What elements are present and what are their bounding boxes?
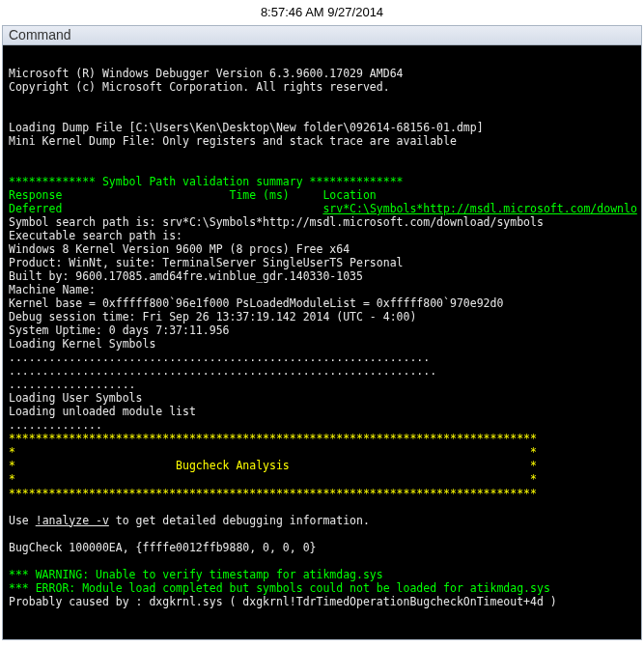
console-line: ........................................… bbox=[9, 351, 430, 364]
console-line: Kernel base = 0xfffff800`96e1f000 PsLoad… bbox=[9, 296, 503, 310]
console-line: Deferred bbox=[9, 202, 322, 215]
console-line: ****************************************… bbox=[9, 432, 537, 445]
console-line: Loading Kernel Symbols bbox=[9, 337, 155, 351]
console-line: Copyright (c) Microsoft Corporation. All… bbox=[9, 80, 390, 94]
console-line: Loading User Symbols bbox=[9, 391, 142, 405]
analyze-link[interactable]: !analyze -v bbox=[36, 514, 109, 527]
console-line: * Bugcheck Analysis * bbox=[9, 459, 537, 472]
console-line: Machine Name: bbox=[9, 283, 96, 296]
console-line: ................... bbox=[9, 378, 136, 391]
timestamp-text: 8:57:46 AM 9/27/2014 bbox=[261, 5, 383, 19]
window-title: Command bbox=[9, 27, 71, 42]
console-line: Loading unloaded module list bbox=[9, 405, 196, 418]
console-line: System Uptime: 0 days 7:37:11.956 bbox=[9, 324, 229, 337]
console-line: Mini Kernel Dump File: Only registers an… bbox=[9, 134, 457, 148]
console-line: ........................................… bbox=[9, 364, 436, 378]
console-line: Windows 8 Kernel Version 9600 MP (8 proc… bbox=[9, 242, 350, 256]
console-line: Symbol search path is: srv*C:\Symbols*ht… bbox=[9, 215, 544, 229]
symbol-path-link[interactable]: srv*C:\Symbols*http://msdl.microsoft.com… bbox=[322, 202, 636, 215]
console-line: BugCheck 100000EA, {ffffe0012ffb9880, 0,… bbox=[9, 541, 317, 554]
console-output[interactable]: Microsoft (R) Windows Debugger Version 6… bbox=[3, 45, 641, 639]
title-bar[interactable]: Command bbox=[3, 26, 641, 45]
console-line: .............. bbox=[9, 418, 102, 432]
window-frame: Command Microsoft (R) Windows Debugger V… bbox=[2, 25, 642, 640]
console-line: to get detailed debugging information. bbox=[109, 514, 370, 527]
console-line: Microsoft (R) Windows Debugger Version 6… bbox=[9, 67, 404, 80]
console-line: * * bbox=[9, 472, 537, 486]
console-line: Debug session time: Fri Sep 26 13:37:19.… bbox=[9, 310, 416, 324]
console-line: * * bbox=[9, 445, 537, 459]
console-line: ************* Symbol Path validation sum… bbox=[9, 175, 404, 188]
console-line: Probably caused by : dxgkrnl.sys ( dxgkr… bbox=[9, 595, 557, 608]
console-line: Use bbox=[9, 514, 36, 527]
console-line: *** WARNING: Unable to verify timestamp … bbox=[9, 568, 383, 581]
console-line: Response Time (ms) Location bbox=[9, 188, 377, 202]
console-line: Loading Dump File [C:\Users\Ken\Desktop\… bbox=[9, 121, 484, 134]
timestamp-bar: 8:57:46 AM 9/27/2014 bbox=[0, 0, 644, 25]
console-line: Built by: 9600.17085.amd64fre.winblue_gd… bbox=[9, 269, 363, 283]
console-line: Executable search path is: bbox=[9, 229, 189, 242]
console-line: ****************************************… bbox=[9, 487, 537, 500]
console-line: Product: WinNt, suite: TerminalServer Si… bbox=[9, 256, 404, 269]
console-line: *** ERROR: Module load completed but sym… bbox=[9, 581, 550, 595]
